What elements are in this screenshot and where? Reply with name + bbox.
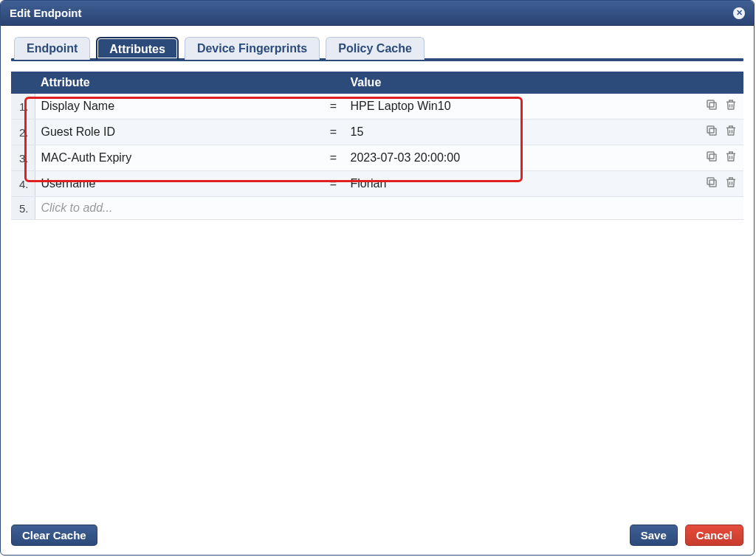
row-equals: =	[322, 145, 344, 171]
svg-rect-0	[709, 103, 716, 109]
row-attribute[interactable]: Guest Role ID	[35, 120, 322, 145]
tab-policy-cache[interactable]: Policy Cache	[326, 37, 425, 60]
dialog-footer: Clear Cache Save Cancel	[1, 517, 754, 555]
row-value[interactable]: HPE Laptop Win10	[344, 94, 684, 120]
svg-rect-1	[707, 100, 714, 107]
edit-endpoint-dialog: Edit Endpoint ✕ Endpoint Attributes Devi…	[0, 0, 755, 556]
clear-cache-button[interactable]: Clear Cache	[11, 525, 97, 546]
trash-icon[interactable]	[724, 124, 738, 137]
svg-rect-3	[707, 126, 714, 133]
trash-icon[interactable]	[724, 150, 738, 163]
row-equals: =	[322, 171, 344, 197]
dialog-close-button[interactable]: ✕	[733, 7, 745, 19]
row-attribute[interactable]: Username	[35, 171, 322, 197]
table-row[interactable]: 1.Display Name=HPE Laptop Win10	[11, 94, 743, 120]
row-value[interactable]: Florian	[344, 171, 684, 197]
tabs: Endpoint Attributes Device Fingerprints …	[11, 36, 743, 59]
col-header-index	[11, 72, 35, 94]
copy-icon[interactable]	[705, 150, 718, 163]
row-index: 1.	[11, 94, 35, 120]
cancel-button[interactable]: Cancel	[685, 525, 743, 546]
row-actions	[684, 145, 743, 171]
row-index: 2.	[11, 120, 35, 145]
content-wrap: Attribute Value 1.Display Name=HPE Lapto…	[11, 72, 743, 220]
footer-right: Save Cancel	[630, 525, 743, 546]
row-value[interactable]: 2023-07-03 20:00:00	[344, 145, 684, 171]
row-value[interactable]: 15	[344, 120, 684, 145]
dialog-title: Edit Endpoint	[10, 7, 81, 19]
svg-rect-2	[709, 128, 716, 135]
svg-rect-5	[707, 152, 714, 159]
add-row[interactable]: 5.Click to add...	[11, 197, 743, 220]
tab-attributes[interactable]: Attributes	[96, 37, 179, 60]
table-row[interactable]: 2.Guest Role ID=15	[11, 120, 743, 145]
svg-rect-7	[707, 178, 714, 184]
copy-icon[interactable]	[705, 124, 718, 137]
trash-icon[interactable]	[724, 176, 738, 189]
tab-device-fingerprints[interactable]: Device Fingerprints	[185, 37, 320, 60]
row-index: 3.	[11, 145, 35, 171]
row-actions	[684, 171, 743, 197]
add-row-placeholder[interactable]: Click to add...	[35, 197, 743, 220]
svg-rect-6	[709, 180, 716, 187]
tabs-wrap: Endpoint Attributes Device Fingerprints …	[11, 36, 743, 61]
col-header-value: Value	[344, 72, 684, 94]
row-actions	[684, 120, 743, 145]
row-attribute[interactable]: Display Name	[35, 94, 322, 120]
svg-rect-4	[709, 154, 716, 161]
tab-content: Attribute Value 1.Display Name=HPE Lapto…	[11, 61, 743, 517]
dialog-titlebar: Edit Endpoint ✕	[1, 1, 754, 26]
row-actions	[684, 94, 743, 120]
row-index: 5.	[11, 197, 35, 220]
row-equals: =	[322, 94, 344, 120]
dialog-body: Endpoint Attributes Device Fingerprints …	[1, 26, 754, 517]
attribute-table: Attribute Value 1.Display Name=HPE Lapto…	[11, 72, 743, 220]
table-row[interactable]: 3.MAC-Auth Expiry=2023-07-03 20:00:00	[11, 145, 743, 171]
table-row[interactable]: 4.Username=Florian	[11, 171, 743, 197]
trash-icon[interactable]	[724, 98, 738, 111]
row-equals: =	[322, 120, 344, 145]
copy-icon[interactable]	[705, 176, 718, 189]
col-header-actions	[684, 72, 743, 94]
copy-icon[interactable]	[705, 98, 718, 111]
save-button[interactable]: Save	[630, 525, 678, 546]
col-header-attribute: Attribute	[35, 72, 322, 94]
row-index: 4.	[11, 171, 35, 197]
tab-endpoint[interactable]: Endpoint	[14, 37, 90, 60]
row-attribute[interactable]: MAC-Auth Expiry	[35, 145, 322, 171]
col-header-eq	[322, 72, 344, 94]
